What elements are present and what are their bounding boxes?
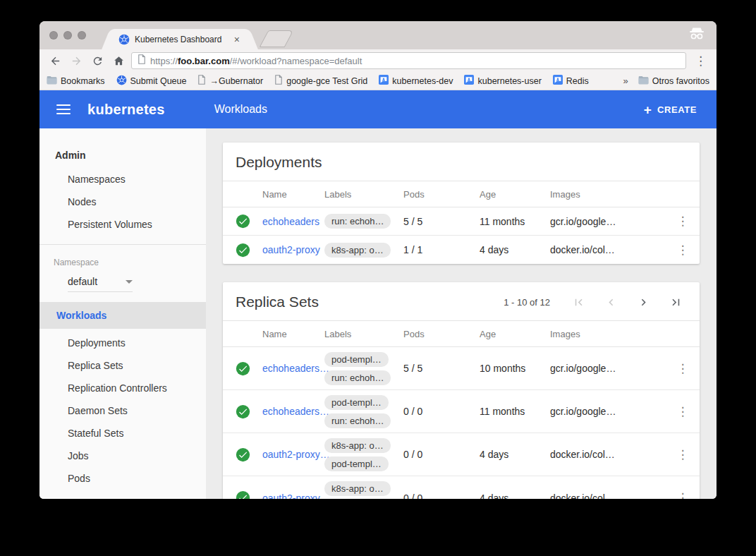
row-menu-icon[interactable]: ⋮ <box>666 361 700 376</box>
row-menu-icon[interactable]: ⋮ <box>666 447 700 462</box>
sidebar-item-deployments[interactable]: Deployments <box>39 332 206 354</box>
minimize-window-button[interactable] <box>63 31 72 40</box>
resource-name-link[interactable]: echoheaders… <box>262 405 324 418</box>
bookmark-kubernetes-dev[interactable]: kubernetes-dev <box>379 75 453 87</box>
images-cell: docker.io/col… <box>550 244 666 255</box>
home-button[interactable] <box>110 52 127 69</box>
kubernetes-icon <box>116 75 127 87</box>
chevron-down-icon <box>126 280 133 284</box>
pods-cell: 0 / 0 <box>403 492 480 500</box>
bookmark-google-gce-test-grid[interactable]: google-gce Test Grid <box>274 75 367 87</box>
row-menu-icon[interactable]: ⋮ <box>666 490 700 499</box>
label-chip: k8s-app: o… <box>324 243 391 258</box>
url-host: foo.bar.com <box>178 56 230 66</box>
zoom-window-button[interactable] <box>78 31 86 40</box>
resource-name-link[interactable]: oauth2-proxy… <box>262 448 324 461</box>
sidebar-item-nodes[interactable]: Nodes <box>39 191 206 213</box>
incognito-icon <box>688 27 705 43</box>
close-window-button[interactable] <box>49 31 58 40</box>
sidebar-item-stateful-sets[interactable]: Stateful Sets <box>39 422 206 445</box>
label-chip: pod-templ… <box>324 395 389 410</box>
images-cell: docker.io/col… <box>550 492 666 500</box>
sidebar-item-namespaces[interactable]: Namespaces <box>39 168 206 191</box>
age-cell: 4 days <box>480 244 550 255</box>
status-ok-icon <box>223 490 262 499</box>
sidebar-item-replica-sets[interactable]: Replica Sets <box>39 354 206 377</box>
new-tab-button[interactable] <box>260 30 294 47</box>
previous-page-icon[interactable] <box>604 295 618 309</box>
folder-icon <box>47 75 57 87</box>
hamburger-menu-icon[interactable] <box>56 102 71 117</box>
labels-cell: pod-templ…run: echoh… <box>324 348 403 389</box>
label-chip: run: echoh… <box>324 370 391 385</box>
label-chip: run: echoh… <box>324 413 391 428</box>
page-icon <box>197 75 206 87</box>
images-cell: gcr.io/google… <box>550 216 666 227</box>
reload-button[interactable] <box>89 52 106 69</box>
labels-cell: run: echoh… <box>324 210 403 233</box>
resource-name-link[interactable]: oauth2-proxy… <box>262 492 324 500</box>
age-cell: 10 months <box>480 363 550 374</box>
forward-button[interactable] <box>68 52 85 69</box>
tab-title: Kubernetes Dashboard <box>135 35 226 44</box>
resource-name-link[interactable]: oauth2-proxy <box>262 243 324 256</box>
table-row: echoheaders…pod-templ…run: echoh…5 / 510… <box>223 347 700 390</box>
bookmark-gubernator[interactable]: →Gubernator <box>197 75 263 87</box>
sidebar-section-admin[interactable]: Admin <box>39 143 206 168</box>
url-bar[interactable]: https://foo.bar.com/#/workload?namespace… <box>131 52 686 69</box>
sidebar-item-daemon-sets[interactable]: Daemon Sets <box>39 399 206 422</box>
create-button[interactable]: + CREATE <box>644 103 697 116</box>
first-page-icon[interactable] <box>571 295 585 309</box>
browser-tab[interactable]: Kubernetes Dashboard × <box>114 29 245 49</box>
bookmark-kubernetes-user[interactable]: kubernetes-user <box>464 75 541 87</box>
labels-cell: k8s-app: o…pod-templ… <box>324 434 403 476</box>
status-ok-icon <box>223 243 262 258</box>
label-chip: pod-templ… <box>324 457 389 471</box>
last-page-icon[interactable] <box>669 295 683 309</box>
bookmark-submit-queue[interactable]: Submit Queue <box>116 75 187 87</box>
sidebar-item-pods[interactable]: Pods <box>39 467 206 490</box>
replicasets-card-title: Replica Sets <box>236 294 504 310</box>
sidebar-item-replication-controllers[interactable]: Replication Controllers <box>39 377 206 399</box>
table-row: oauth2-proxy…k8s-app: o…pod-templ…0 / 04… <box>223 476 700 499</box>
deployments-table-body: echoheadersrun: echoh…5 / 511 monthsgcr.… <box>223 207 700 264</box>
age-cell: 4 days <box>480 449 550 460</box>
app-body: Admin NamespacesNodesPersistent Volumes … <box>39 128 717 499</box>
page-icon <box>274 75 283 87</box>
labels-cell: k8s-app: o… <box>324 238 403 262</box>
row-menu-icon[interactable]: ⋮ <box>666 404 700 419</box>
deployments-card: Deployments NameLabelsPodsAgeImages echo… <box>223 143 700 264</box>
traffic-lights <box>49 31 86 40</box>
back-button[interactable] <box>47 52 63 69</box>
kubernetes-favicon-icon <box>118 34 130 45</box>
bookmarks-overflow-icon[interactable]: » <box>623 75 628 86</box>
workload-items: DeploymentsReplica SetsReplication Contr… <box>39 329 206 490</box>
sidebar-item-jobs[interactable]: Jobs <box>39 445 206 467</box>
browser-menu-icon[interactable]: ⋮ <box>690 54 711 68</box>
images-cell: docker.io/col… <box>550 449 666 460</box>
bookmark-redis[interactable]: Redis <box>553 75 589 87</box>
sidebar-item-persistent-volumes[interactable]: Persistent Volumes <box>39 213 206 236</box>
pods-cell: 0 / 0 <box>403 406 480 417</box>
resource-name-link[interactable]: echoheaders… <box>262 362 324 375</box>
row-menu-icon[interactable]: ⋮ <box>666 243 700 258</box>
tab-close-icon[interactable]: × <box>231 34 243 45</box>
column-header-age: Age <box>480 189 550 200</box>
next-page-icon[interactable] <box>636 295 650 309</box>
sidebar-item-workloads-active[interactable]: Workloads <box>39 302 206 329</box>
admin-items: NamespacesNodesPersistent Volumes <box>39 168 206 236</box>
images-cell: gcr.io/google… <box>550 363 666 374</box>
status-ok-icon <box>223 447 262 462</box>
window-titlebar[interactable]: Kubernetes Dashboard × <box>39 21 717 49</box>
resource-name-link[interactable]: echoheaders <box>262 215 324 228</box>
deployments-card-title: Deployments <box>236 154 683 171</box>
bookmark-bookmarks[interactable]: Bookmarks <box>47 75 105 87</box>
pods-cell: 5 / 5 <box>403 216 480 227</box>
row-menu-icon[interactable]: ⋮ <box>666 214 700 229</box>
column-header-images: Images <box>550 329 666 339</box>
table-row: oauth2-proxy…k8s-app: o…pod-templ…0 / 04… <box>223 433 700 476</box>
page-title: Workloads <box>214 103 267 116</box>
kubernetes-brand[interactable]: kubernetes <box>87 102 165 118</box>
bookmark-other-favorites[interactable]: Otros favoritos <box>638 75 709 87</box>
namespace-select[interactable]: default <box>68 276 133 292</box>
